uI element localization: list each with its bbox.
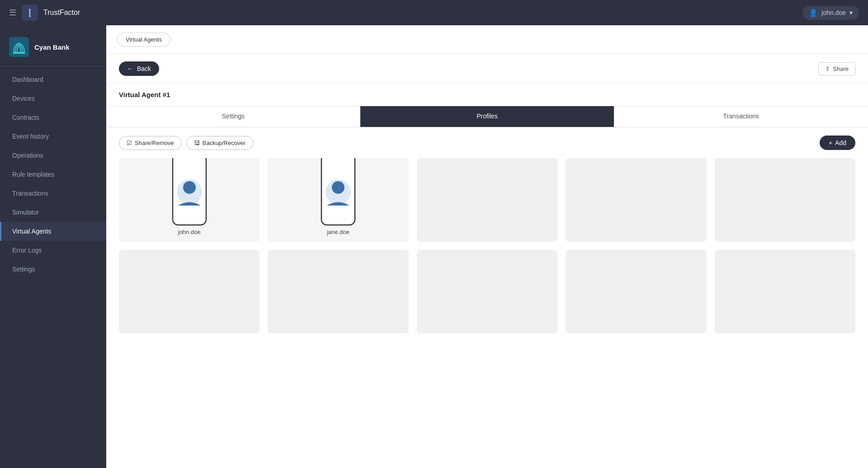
share-button[interactable]: ⇧ Share: [818, 62, 855, 75]
tabs-row: Settings Profiles Transactions: [106, 106, 868, 127]
sidebar: Cyan Bank Dashboard Devices Contracts Ev…: [0, 25, 106, 468]
sidebar-item-devices[interactable]: Devices: [0, 89, 106, 108]
action-bar: ☑ Share/Remove 🖫 Backup/Recover + Add: [106, 127, 868, 158]
tab-profiles[interactable]: Profiles: [360, 106, 614, 127]
main-layout: Cyan Bank Dashboard Devices Contracts Ev…: [0, 25, 868, 468]
svg-point-14: [332, 181, 344, 194]
profile-name: jane.doe: [327, 229, 349, 235]
sidebar-item-transactions[interactable]: Transactions: [0, 184, 106, 203]
hamburger-icon[interactable]: ☰: [9, 8, 16, 18]
profile-name: john.doe: [178, 229, 201, 235]
topbar-left: ☰ [ ] TrustFactor: [9, 5, 80, 21]
sidebar-item-virtual-agents[interactable]: Virtual Agents: [0, 222, 106, 241]
agent-title: Virtual Agent #1: [106, 84, 868, 106]
back-button[interactable]: ← Back: [119, 61, 159, 76]
org-logo: [9, 37, 29, 57]
plus-icon: +: [829, 139, 832, 146]
profile-card[interactable]: jane.doe: [268, 158, 408, 242]
svg-point-10: [183, 181, 196, 194]
arrow-left-icon: ←: [127, 65, 133, 72]
profile-card[interactable]: john.doe: [119, 158, 259, 242]
share-icon: ⇧: [825, 66, 830, 72]
profile-card[interactable]: [119, 250, 259, 333]
breadcrumb-virtual-agents[interactable]: Virtual Agents: [117, 33, 170, 47]
share-remove-icon: ☑: [127, 140, 132, 146]
sidebar-item-dashboard[interactable]: Dashboard: [0, 70, 106, 89]
phone-container: [169, 158, 210, 226]
sidebar-item-operations[interactable]: Operations: [0, 146, 106, 165]
tab-transactions[interactable]: Transactions: [614, 106, 868, 127]
sidebar-nav: Dashboard Devices Contracts Event histor…: [0, 70, 106, 279]
org-name: Cyan Bank: [34, 43, 70, 51]
profile-card[interactable]: [715, 250, 855, 333]
content-area: Virtual Agents ← Back ⇧ Share Virtual Ag…: [106, 25, 868, 468]
profile-card[interactable]: [417, 250, 557, 333]
user-menu[interactable]: 👤 john.doe ▾: [802, 6, 859, 20]
backup-recover-button[interactable]: 🖫 Backup/Recover: [186, 136, 253, 150]
sidebar-item-contracts[interactable]: Contracts: [0, 108, 106, 127]
app-name: TrustFactor: [43, 9, 80, 17]
phone-container: [318, 158, 359, 226]
chevron-down-icon: ▾: [849, 9, 853, 16]
profiles-grid: john.doe jane.doe: [106, 158, 868, 346]
svg-text:]: ]: [27, 8, 33, 18]
sidebar-item-rule-templates[interactable]: Rule templates: [0, 165, 106, 184]
org-section: Cyan Bank: [0, 33, 106, 66]
add-button[interactable]: + Add: [820, 136, 855, 150]
profile-card[interactable]: [566, 158, 706, 242]
user-icon: 👤: [809, 9, 818, 17]
profile-card[interactable]: [715, 158, 855, 242]
app-logo: [ ]: [22, 5, 38, 21]
breadcrumb-bar: Virtual Agents: [106, 25, 868, 54]
page-header: ← Back ⇧ Share: [106, 54, 868, 84]
sidebar-item-event-history[interactable]: Event history: [0, 127, 106, 146]
user-label: john.doe: [821, 9, 846, 16]
tab-settings[interactable]: Settings: [106, 106, 360, 127]
sidebar-item-settings[interactable]: Settings: [0, 260, 106, 279]
sidebar-item-error-logs[interactable]: Error Logs: [0, 241, 106, 260]
svg-rect-3: [9, 37, 29, 57]
profile-card[interactable]: [566, 250, 706, 333]
profile-card[interactable]: [268, 250, 408, 333]
topbar: ☰ [ ] TrustFactor 👤 john.doe ▾: [0, 0, 868, 25]
sidebar-item-simulator[interactable]: Simulator: [0, 203, 106, 222]
action-bar-left: ☑ Share/Remove 🖫 Backup/Recover: [119, 136, 253, 150]
backup-recover-icon: 🖫: [194, 140, 200, 146]
share-remove-button[interactable]: ☑ Share/Remove: [119, 136, 182, 150]
profile-card[interactable]: [417, 158, 557, 242]
